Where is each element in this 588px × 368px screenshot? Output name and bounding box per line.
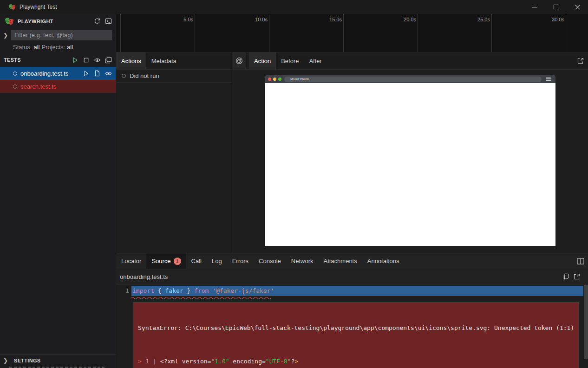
code-frame-row: >1|<?xml version="1.0" encoding="UTF-8"?… (138, 357, 579, 366)
traffic-light-close-icon (268, 77, 271, 81)
run-test-button[interactable] (82, 70, 90, 77)
tab-annotations[interactable]: Annotations (362, 253, 405, 269)
split-view-button[interactable] (577, 258, 584, 265)
tab-before[interactable]: Before (276, 52, 304, 69)
target-icon (235, 57, 243, 65)
terminal-button[interactable] (105, 18, 112, 25)
tab-attachments[interactable]: Attachments (318, 253, 362, 269)
status-circle-icon (122, 74, 126, 78)
traffic-light-zoom-icon (278, 77, 281, 81)
status-line: Status:all Projects:all (0, 42, 116, 52)
filter-row: ❯ (0, 28, 116, 42)
browser-snapshot[interactable]: about:blank (265, 75, 555, 246)
browser-chrome-bar: about:blank (265, 75, 555, 83)
tests-section-header: TESTS (0, 53, 116, 67)
tab-locator[interactable]: Locator (116, 253, 146, 269)
timeline-gridline (491, 14, 492, 52)
syntax-error-callout: SyntaxError: C:\Courses\EpicWeb\full-sta… (133, 302, 579, 368)
timeline-tick-label: 10.0s (255, 17, 268, 22)
status-value[interactable]: all (33, 44, 39, 51)
maximize-icon (554, 5, 558, 9)
tab-action[interactable]: Action (249, 52, 276, 69)
timeline-tick-label: 5.0s (183, 17, 193, 22)
browser-menu-icon (546, 77, 551, 82)
chevron-right-icon: ❯ (0, 357, 11, 364)
minimize-button[interactable] (524, 0, 545, 14)
line-number: 1 (116, 286, 131, 296)
timeline-tick-label: 30.0s (552, 17, 564, 22)
did-not-run-label: Did not run (130, 72, 159, 79)
tab-after[interactable]: After (304, 52, 327, 69)
test-status-icon (13, 84, 17, 89)
collapse-all-button[interactable] (105, 56, 112, 64)
open-source-file-button[interactable] (93, 70, 101, 77)
details-panel: Locator Source1 Call Log Errors Console … (116, 253, 588, 368)
tab-call[interactable]: Call (186, 253, 207, 269)
sidebar-title: PLAYWRIGHT (18, 19, 53, 24)
traffic-light-minimize-icon (273, 77, 276, 81)
projects-label: Projects: (41, 44, 65, 51)
main-area: 5.0s 10.0s 15.0s 20.0s 25.0s 30.0s Actio… (116, 14, 588, 368)
error-message: SyntaxError: C:\Courses\EpicWeb\full-sta… (138, 324, 579, 332)
close-button[interactable] (567, 0, 588, 14)
source-line-1: 1 import { faker } from '@faker-js/faker… (116, 285, 588, 296)
playwright-test-window: Playwright Test (0, 0, 588, 368)
maximize-button[interactable] (545, 0, 567, 14)
details-tabstrip: Locator Source1 Call Log Errors Console … (116, 253, 588, 269)
copy-source-button[interactable] (562, 273, 569, 280)
browser-page-blank (265, 83, 555, 246)
timeline-gridline (269, 14, 269, 52)
tab-actions[interactable]: Actions (116, 52, 146, 69)
tests-title: TESTS (4, 57, 21, 63)
open-snapshot-external-button[interactable] (577, 57, 584, 65)
timeline[interactable]: 5.0s 10.0s 15.0s 20.0s 25.0s 30.0s (116, 14, 588, 52)
run-all-button[interactable] (71, 56, 78, 64)
playwright-logo-icon (8, 3, 16, 11)
settings-title: SETTINGS (14, 358, 40, 363)
tab-metadata[interactable]: Metadata (146, 52, 182, 69)
stop-button[interactable] (82, 56, 90, 64)
filter-input[interactable] (11, 30, 112, 40)
test-item-onboarding[interactable]: onboarding.test.ts (0, 67, 116, 80)
tab-source[interactable]: Source1 (146, 253, 186, 269)
open-source-external-button[interactable] (573, 273, 581, 280)
timeline-tick-label: 20.0s (404, 17, 416, 22)
timeline-gridline (343, 14, 344, 52)
timeline-tick-label: 25.0s (477, 17, 490, 22)
playwright-header: PLAYWRIGHT (0, 14, 116, 28)
highlighted-code-line: import { faker } from '@faker-js/faker' (131, 286, 583, 296)
tab-network[interactable]: Network (286, 253, 319, 269)
projects-value[interactable]: all (67, 44, 73, 51)
timeline-gridline (120, 14, 121, 52)
pick-locator-button[interactable] (232, 52, 246, 69)
tab-log[interactable]: Log (207, 253, 227, 269)
tab-errors[interactable]: Errors (227, 253, 254, 269)
status-label: Status: (13, 44, 32, 51)
test-item-label: search.test.ts (20, 83, 56, 90)
minimize-icon (532, 7, 537, 7)
timeline-tick-label: 15.0s (329, 17, 342, 22)
timeline-gridline (195, 14, 195, 52)
error-squiggle-underline (131, 296, 273, 299)
settings-section-header[interactable]: ❯ SETTINGS (0, 354, 116, 367)
watch-test-button[interactable] (105, 70, 112, 77)
close-icon (575, 4, 581, 10)
test-item-label: onboarding.test.ts (20, 70, 68, 77)
source-scrollbar[interactable] (584, 285, 588, 359)
reload-button[interactable] (93, 18, 101, 25)
playwright-masks-icon (5, 17, 14, 26)
actions-panel: Actions Metadata Did not run (116, 52, 232, 253)
tab-console[interactable]: Console (254, 253, 286, 269)
source-file-bar: onboarding.test.ts (116, 269, 588, 285)
source-code-view[interactable]: 1 import { faker } from '@faker-js/faker… (116, 285, 588, 368)
sidebar: PLAYWRIGHT ❯ Status:all Projects:all (0, 14, 116, 368)
source-error-badge: 1 (174, 258, 181, 265)
timeline-gridline (566, 14, 566, 52)
test-status-icon (13, 71, 17, 76)
browser-url: about:blank (290, 77, 309, 81)
chevron-right-icon[interactable]: ❯ (0, 32, 11, 39)
watch-all-button[interactable] (93, 56, 101, 64)
snapshot-panel: Action Before After (232, 52, 588, 253)
test-item-search[interactable]: search.test.ts (0, 80, 116, 93)
source-file-name: onboarding.test.ts (120, 273, 168, 280)
